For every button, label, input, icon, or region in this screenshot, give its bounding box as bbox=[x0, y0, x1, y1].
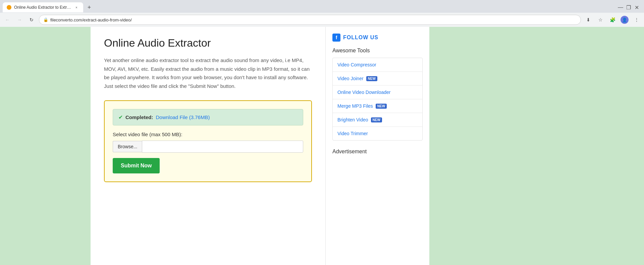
tool-link[interactable]: Video Joiner bbox=[337, 76, 364, 81]
tool-item[interactable]: Video JoinerNEW bbox=[333, 72, 422, 86]
browser-chrome: Online Audio Extractor to Extrac × + — ❐… bbox=[0, 0, 644, 27]
minimize-button[interactable]: — bbox=[619, 5, 623, 9]
upload-box: ✔ Completed: Download File (3.76MB) Sele… bbox=[104, 100, 312, 182]
refresh-button[interactable]: ↻ bbox=[27, 15, 36, 24]
tool-link[interactable]: Video Compressor bbox=[337, 62, 376, 67]
url-text: fileconverto.com/extract-audio-from-vide… bbox=[50, 17, 577, 22]
tab-bar: Online Audio Extractor to Extrac × + bbox=[3, 2, 94, 12]
file-name-input[interactable] bbox=[142, 141, 303, 153]
window-controls: — ❐ ✕ bbox=[619, 5, 641, 9]
tool-link[interactable]: Online Video Downloader bbox=[337, 90, 391, 95]
address-bar[interactable]: 🔒 fileconverto.com/extract-audio-from-vi… bbox=[39, 15, 581, 25]
bookmark-button[interactable]: ☆ bbox=[596, 15, 605, 24]
tool-item[interactable]: Video Trimmer bbox=[333, 127, 422, 140]
browse-button[interactable]: Browse... bbox=[113, 141, 142, 152]
download-indicator[interactable]: ⬇ bbox=[584, 15, 593, 24]
maximize-button[interactable]: ❐ bbox=[627, 5, 631, 9]
awesome-tools-title: Awesome Tools bbox=[332, 48, 423, 54]
menu-button[interactable]: ⋮ bbox=[632, 15, 641, 24]
facebook-icon: f bbox=[332, 34, 340, 42]
follow-us-section: f FOLLOW US bbox=[332, 34, 423, 42]
lock-icon: 🔒 bbox=[43, 17, 48, 22]
tool-link[interactable]: Merge MP3 Files bbox=[337, 103, 373, 109]
file-select-label: Select video file (max 500 MB): bbox=[113, 131, 303, 137]
navigation-bar: ← → ↻ 🔒 fileconverto.com/extract-audio-f… bbox=[0, 13, 644, 27]
profile-avatar: 👤 bbox=[621, 16, 629, 24]
submit-button[interactable]: Submit Now bbox=[113, 158, 160, 173]
title-bar: Online Audio Extractor to Extrac × + — ❐… bbox=[0, 0, 644, 13]
advertisement-title: Advertisement bbox=[332, 149, 423, 155]
new-tab-button[interactable]: + bbox=[85, 3, 94, 12]
forward-button[interactable]: → bbox=[15, 15, 24, 24]
new-badge: NEW bbox=[371, 117, 382, 122]
file-input-row: Browse... bbox=[113, 141, 303, 153]
new-badge: NEW bbox=[366, 76, 377, 81]
active-tab[interactable]: Online Audio Extractor to Extrac × bbox=[3, 2, 83, 12]
close-button[interactable]: ✕ bbox=[635, 5, 639, 9]
download-link[interactable]: Download File (3.76MB) bbox=[156, 114, 210, 120]
nav-right-controls: ⬇ ☆ 🧩 👤 ⋮ bbox=[584, 15, 641, 24]
follow-us-label: FOLLOW US bbox=[343, 35, 378, 41]
tool-item[interactable]: Brighten VideoNEW bbox=[333, 113, 422, 127]
tool-item[interactable]: Video Compressor bbox=[333, 58, 422, 72]
new-badge: NEW bbox=[376, 104, 387, 109]
tab-close-btn[interactable]: × bbox=[74, 5, 79, 10]
left-sidebar bbox=[0, 27, 91, 265]
tab-favicon bbox=[7, 5, 11, 10]
tool-link[interactable]: Video Trimmer bbox=[337, 131, 368, 136]
main-content: Online Audio Extractor Yet another onlin… bbox=[91, 27, 325, 265]
check-icon: ✔ bbox=[118, 114, 123, 120]
page-description: Yet another online audio extractor tool … bbox=[104, 56, 312, 90]
tools-list: Video CompressorVideo JoinerNEWOnline Vi… bbox=[333, 58, 422, 140]
page-wrapper: Online Audio Extractor Yet another onlin… bbox=[0, 27, 644, 265]
profile-button[interactable]: 👤 bbox=[620, 15, 629, 24]
completed-label: Completed: bbox=[125, 114, 153, 120]
tool-item[interactable]: Online Video Downloader bbox=[333, 86, 422, 99]
page-heading: Online Audio Extractor bbox=[104, 37, 312, 49]
right-fill bbox=[429, 27, 644, 265]
tool-link[interactable]: Brighten Video bbox=[337, 117, 368, 122]
tab-title: Online Audio Extractor to Extrac bbox=[14, 5, 71, 10]
back-button[interactable]: ← bbox=[3, 15, 12, 24]
tools-list-container: Video CompressorVideo JoinerNEWOnline Vi… bbox=[332, 58, 423, 141]
extensions-button[interactable]: 🧩 bbox=[608, 15, 617, 24]
tool-item[interactable]: Merge MP3 FilesNEW bbox=[333, 99, 422, 113]
right-sidebar: f FOLLOW US Awesome Tools Video Compress… bbox=[325, 27, 429, 265]
completed-banner: ✔ Completed: Download File (3.76MB) bbox=[113, 109, 303, 125]
